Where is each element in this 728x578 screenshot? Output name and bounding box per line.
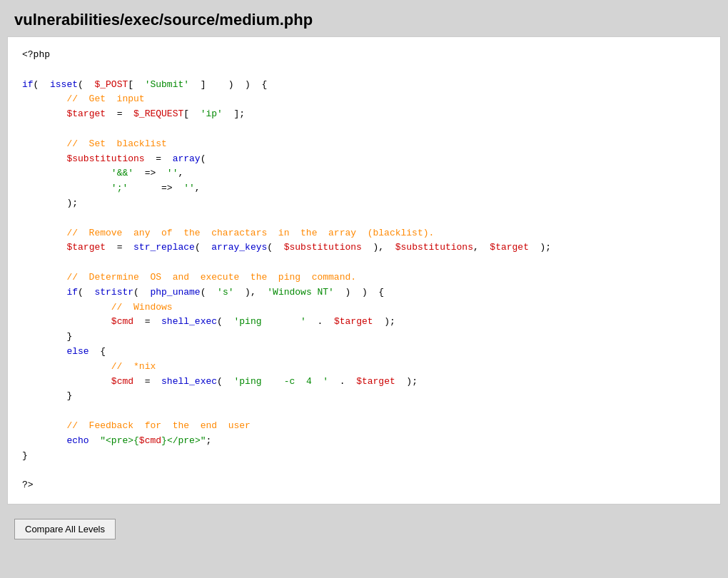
compare-all-levels-button[interactable]: Compare All Levels: [14, 519, 116, 539]
code-line-28: }: [22, 450, 28, 461]
code-line-18: // Windows: [22, 302, 173, 313]
code-line-13: // Remove any of the charactars in the a…: [22, 228, 434, 238]
code-line-11: );: [22, 198, 78, 208]
page-header: vulnerabilities/exec/source/medium.php: [0, 0, 728, 36]
code-line-20: }: [22, 331, 72, 342]
code-line-27: echo "<pre>{$cmd}</pre>";: [22, 435, 211, 446]
code-container: <?php if( isset( $_POST[ 'Submit' ] ) ) …: [7, 36, 721, 505]
code-line-19: $cmd = shell_exec( 'ping ' . $target );: [22, 316, 395, 327]
code-line-4: // Get input: [22, 93, 145, 104]
code-line-7: // Set blacklist: [22, 138, 167, 149]
code-line-23: $cmd = shell_exec( 'ping -c 4 ' . $targe…: [22, 376, 418, 387]
code-line-26: // Feedback for the end user: [22, 420, 251, 431]
code-line-3: if( isset( $_POST[ 'Submit' ] ) ) {: [22, 79, 267, 90]
php-close-tag: ?>: [22, 480, 34, 490]
code-line-10: ';' => '',: [22, 183, 201, 193]
page-title: vulnerabilities/exec/source/medium.php: [14, 11, 714, 29]
code-line-21: else {: [22, 346, 106, 357]
code-line-22: // *nix: [22, 361, 156, 372]
code-line-8: $substitutions = array(: [22, 153, 206, 164]
footer: Compare All Levels: [0, 508, 728, 550]
code-line-14: $target = str_replace( array_keys( $subs…: [22, 242, 551, 253]
code-line-5: $target = $_REQUEST[ 'ip' ];: [22, 108, 245, 119]
code-block: <?php if( isset( $_POST[ 'Submit' ] ) ) …: [22, 48, 706, 493]
php-open-tag: <?php: [22, 49, 50, 60]
code-line-16: // Determine OS and execute the ping com…: [22, 272, 356, 283]
code-line-17: if( stristr( php_uname( 's' ), 'Windows …: [22, 287, 384, 298]
code-line-9: '&&' => '',: [22, 168, 183, 178]
code-line-24: }: [22, 390, 72, 401]
